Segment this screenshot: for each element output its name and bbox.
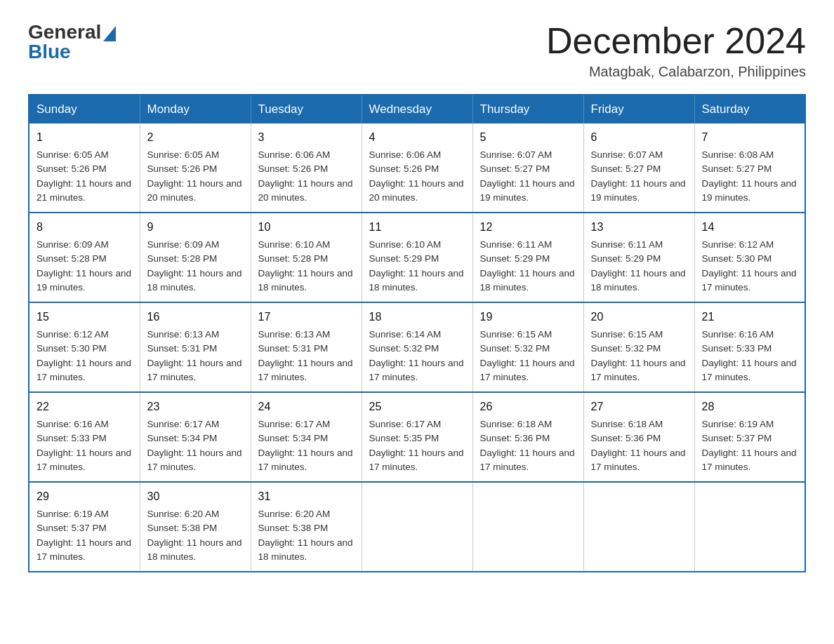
calendar-cell	[472, 482, 583, 572]
daylight-text: Daylight: 11 hours and 20 minutes.	[258, 177, 355, 206]
daylight-text: Daylight: 11 hours and 17 minutes.	[37, 446, 133, 475]
location-subtitle: Matagbak, Calabarzon, Philippines	[546, 64, 806, 80]
calendar-cell	[362, 482, 472, 572]
logo-triangle-icon	[103, 26, 116, 41]
daylight-text: Daylight: 11 hours and 17 minutes.	[37, 536, 133, 565]
calendar-cell: 24Sunrise: 6:17 AMSunset: 5:34 PMDayligh…	[251, 392, 362, 482]
sunrise-text: Sunrise: 6:14 AM	[369, 328, 465, 342]
daylight-text: Daylight: 11 hours and 19 minutes.	[480, 177, 576, 206]
day-number: 23	[147, 398, 244, 415]
sunrise-text: Sunrise: 6:18 AM	[480, 417, 576, 431]
sunset-text: Sunset: 5:38 PM	[147, 521, 244, 535]
daylight-text: Daylight: 11 hours and 18 minutes.	[147, 536, 244, 565]
daylight-text: Daylight: 11 hours and 18 minutes.	[591, 267, 687, 295]
calendar-cell: 26Sunrise: 6:18 AMSunset: 5:36 PMDayligh…	[472, 392, 583, 482]
sunset-text: Sunset: 5:34 PM	[147, 431, 244, 445]
day-number: 14	[702, 219, 798, 236]
daylight-text: Daylight: 11 hours and 17 minutes.	[480, 356, 576, 385]
day-number: 9	[147, 219, 244, 236]
calendar-week-row: 15Sunrise: 6:12 AMSunset: 5:30 PMDayligh…	[29, 302, 805, 392]
day-number: 25	[369, 398, 465, 415]
sunrise-text: Sunrise: 6:07 AM	[591, 148, 687, 162]
day-number: 13	[591, 219, 687, 236]
sunrise-text: Sunrise: 6:09 AM	[37, 238, 133, 252]
sunset-text: Sunset: 5:29 PM	[480, 252, 576, 266]
day-number: 8	[37, 219, 133, 236]
calendar-header-wednesday: Wednesday	[362, 95, 472, 123]
sunset-text: Sunset: 5:29 PM	[591, 252, 687, 266]
sunrise-text: Sunrise: 6:17 AM	[258, 417, 355, 431]
daylight-text: Daylight: 11 hours and 19 minutes.	[591, 177, 687, 206]
sunrise-text: Sunrise: 6:06 AM	[258, 148, 355, 162]
sunrise-text: Sunrise: 6:11 AM	[591, 238, 687, 252]
sunrise-text: Sunrise: 6:10 AM	[258, 238, 355, 252]
calendar-header-row: SundayMondayTuesdayWednesdayThursdayFrid…	[29, 95, 805, 123]
calendar-cell: 7Sunrise: 6:08 AMSunset: 5:27 PMDaylight…	[694, 123, 805, 213]
calendar-cell: 9Sunrise: 6:09 AMSunset: 5:28 PMDaylight…	[140, 213, 251, 302]
calendar-cell: 5Sunrise: 6:07 AMSunset: 5:27 PMDaylight…	[472, 123, 583, 213]
daylight-text: Daylight: 11 hours and 19 minutes.	[37, 267, 133, 295]
daylight-text: Daylight: 11 hours and 17 minutes.	[480, 446, 576, 475]
calendar-cell: 4Sunrise: 6:06 AMSunset: 5:26 PMDaylight…	[362, 123, 472, 213]
day-number: 16	[147, 309, 244, 326]
sunset-text: Sunset: 5:37 PM	[37, 521, 133, 535]
calendar-cell: 27Sunrise: 6:18 AMSunset: 5:36 PMDayligh…	[583, 392, 694, 482]
day-number: 1	[37, 129, 133, 146]
daylight-text: Daylight: 11 hours and 18 minutes.	[369, 267, 465, 295]
daylight-text: Daylight: 11 hours and 19 minutes.	[702, 177, 798, 206]
daylight-text: Daylight: 11 hours and 21 minutes.	[37, 177, 133, 206]
calendar-cell: 11Sunrise: 6:10 AMSunset: 5:29 PMDayligh…	[362, 213, 472, 302]
day-number: 20	[591, 309, 687, 326]
daylight-text: Daylight: 11 hours and 17 minutes.	[258, 356, 355, 385]
sunrise-text: Sunrise: 6:20 AM	[258, 507, 355, 521]
day-number: 26	[480, 398, 576, 415]
calendar-cell: 17Sunrise: 6:13 AMSunset: 5:31 PMDayligh…	[251, 302, 362, 392]
calendar-cell: 16Sunrise: 6:13 AMSunset: 5:31 PMDayligh…	[140, 302, 251, 392]
calendar-week-row: 29Sunrise: 6:19 AMSunset: 5:37 PMDayligh…	[29, 482, 805, 572]
day-number: 7	[702, 129, 798, 146]
day-number: 5	[480, 129, 576, 146]
day-number: 28	[702, 398, 798, 415]
calendar-table: SundayMondayTuesdayWednesdayThursdayFrid…	[28, 94, 806, 572]
sunrise-text: Sunrise: 6:12 AM	[702, 238, 798, 252]
calendar-cell: 15Sunrise: 6:12 AMSunset: 5:30 PMDayligh…	[29, 302, 140, 392]
calendar-header-friday: Friday	[583, 95, 694, 123]
day-number: 12	[480, 219, 576, 236]
sunset-text: Sunset: 5:26 PM	[147, 162, 244, 176]
day-number: 17	[258, 309, 355, 326]
calendar-week-row: 1Sunrise: 6:05 AMSunset: 5:26 PMDaylight…	[29, 123, 805, 213]
day-number: 15	[37, 309, 133, 326]
sunset-text: Sunset: 5:32 PM	[591, 342, 687, 356]
day-number: 10	[258, 219, 355, 236]
calendar-header-thursday: Thursday	[472, 95, 583, 123]
sunset-text: Sunset: 5:30 PM	[702, 252, 798, 266]
calendar-cell: 18Sunrise: 6:14 AMSunset: 5:32 PMDayligh…	[362, 302, 472, 392]
day-number: 29	[37, 488, 133, 505]
sunrise-text: Sunrise: 6:15 AM	[480, 328, 576, 342]
sunset-text: Sunset: 5:29 PM	[369, 252, 465, 266]
sunrise-text: Sunrise: 6:13 AM	[147, 328, 244, 342]
sunrise-text: Sunrise: 6:05 AM	[147, 148, 244, 162]
sunset-text: Sunset: 5:33 PM	[37, 431, 133, 445]
calendar-cell: 6Sunrise: 6:07 AMSunset: 5:27 PMDaylight…	[583, 123, 694, 213]
day-number: 30	[147, 488, 244, 505]
calendar-header-sunday: Sunday	[29, 95, 140, 123]
logo: General Blue	[28, 21, 116, 63]
daylight-text: Daylight: 11 hours and 17 minutes.	[147, 356, 244, 385]
calendar-header-monday: Monday	[140, 95, 251, 123]
daylight-text: Daylight: 11 hours and 17 minutes.	[258, 446, 355, 475]
calendar-cell: 3Sunrise: 6:06 AMSunset: 5:26 PMDaylight…	[251, 123, 362, 213]
sunrise-text: Sunrise: 6:06 AM	[369, 148, 465, 162]
daylight-text: Daylight: 11 hours and 18 minutes.	[147, 267, 244, 295]
sunset-text: Sunset: 5:32 PM	[480, 342, 576, 356]
calendar-cell: 10Sunrise: 6:10 AMSunset: 5:28 PMDayligh…	[251, 213, 362, 302]
sunset-text: Sunset: 5:26 PM	[369, 162, 465, 176]
daylight-text: Daylight: 11 hours and 17 minutes.	[37, 356, 133, 385]
day-number: 27	[591, 398, 687, 415]
sunset-text: Sunset: 5:26 PM	[258, 162, 355, 176]
sunset-text: Sunset: 5:34 PM	[258, 431, 355, 445]
calendar-header-tuesday: Tuesday	[251, 95, 362, 123]
sunset-text: Sunset: 5:27 PM	[591, 162, 687, 176]
day-number: 11	[369, 219, 465, 236]
sunrise-text: Sunrise: 6:12 AM	[37, 328, 133, 342]
